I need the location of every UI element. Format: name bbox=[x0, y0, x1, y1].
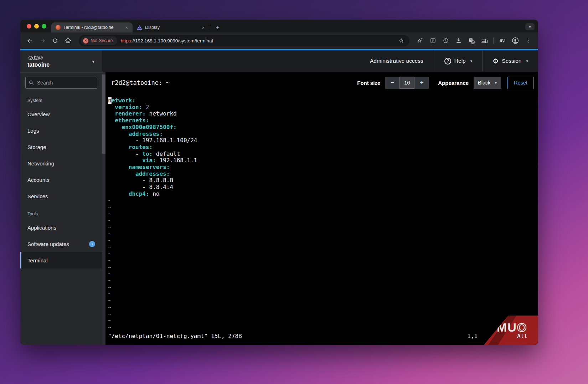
devices-icon[interactable] bbox=[479, 35, 490, 46]
font-size-increase-button[interactable]: + bbox=[414, 77, 429, 89]
address-bar[interactable]: ✕ Not Secure https://192.168.1.100:9090/… bbox=[79, 35, 409, 46]
font-size-label: Font size bbox=[357, 80, 380, 86]
bookmark-star-icon[interactable] bbox=[397, 36, 406, 45]
font-size-stepper: − 16 + bbox=[385, 77, 429, 89]
info-badge-icon: i bbox=[89, 241, 95, 247]
chevron-down-icon: ▾ bbox=[92, 59, 94, 64]
sidebar-item-logs[interactable]: Logs bbox=[20, 122, 102, 139]
tab-close-icon[interactable]: × bbox=[201, 25, 206, 30]
history-icon[interactable] bbox=[440, 35, 452, 46]
status-file-info: "/etc/netplan/01-netcfg.yaml" 15L, 278B bbox=[108, 333, 242, 339]
vim-status-line: "/etc/netplan/01-netcfg.yaml" 15L, 278B … bbox=[108, 333, 538, 340]
browser-window: Terminal - r2d2@tatooine × Display × + ▾ bbox=[20, 20, 538, 345]
session-label: Session bbox=[502, 58, 521, 64]
appearance-value: Black bbox=[478, 80, 490, 86]
search-icon bbox=[29, 80, 34, 87]
not-secure-icon: ✕ bbox=[83, 38, 88, 43]
search-input[interactable] bbox=[25, 77, 97, 89]
menu-kebab-icon[interactable] bbox=[522, 35, 534, 46]
terminal-buffer: network: version: 2 renderer: networkd e… bbox=[108, 97, 538, 331]
back-button[interactable] bbox=[24, 35, 35, 46]
administrative-access-label[interactable]: Administrative access bbox=[370, 58, 434, 64]
tab-close-icon[interactable]: × bbox=[124, 25, 129, 30]
sidebar-item-storage[interactable]: Storage bbox=[20, 139, 102, 155]
host-name: tatooine bbox=[27, 62, 95, 68]
security-label: Not Secure bbox=[91, 38, 113, 43]
sidebar-item-accounts[interactable]: Accounts bbox=[20, 171, 102, 188]
cursor-position: 1,1 bbox=[467, 333, 478, 340]
section-label-system: System bbox=[20, 98, 102, 103]
forward-button[interactable] bbox=[37, 35, 48, 46]
help-menu[interactable]: ? Help ▾ bbox=[434, 50, 482, 72]
cockpit-sidebar: r2d2@ tatooine ▾ System Overview Logs St… bbox=[20, 50, 102, 345]
cockpit-header: Administrative access ? Help ▾ ⚙ Session… bbox=[102, 50, 538, 72]
sidebar-item-networking[interactable]: Networking bbox=[20, 155, 102, 171]
tab-search-button[interactable]: ▾ bbox=[525, 23, 535, 30]
terminal-screen[interactable]: network: version: 2 renderer: networkd e… bbox=[102, 94, 538, 345]
sidebar-item-services[interactable]: Services bbox=[20, 188, 102, 204]
host-user: r2d2@ bbox=[27, 55, 95, 61]
profile-avatar[interactable] bbox=[510, 35, 521, 46]
translate-icon[interactable]: GA bbox=[466, 35, 477, 46]
new-tab-button[interactable]: + bbox=[213, 23, 222, 32]
help-icon: ? bbox=[444, 58, 451, 65]
terminal-panel: r2d2@tatooine: ~ Font size − 16 + Appear… bbox=[102, 72, 538, 345]
url-scheme: https bbox=[121, 38, 131, 43]
minimize-window-button[interactable] bbox=[34, 24, 39, 29]
tab-title: Terminal - r2d2@tatooine bbox=[63, 25, 121, 30]
gear-icon: ⚙ bbox=[492, 58, 499, 65]
media-controls-icon[interactable] bbox=[497, 35, 508, 46]
scroll-position: All bbox=[517, 333, 527, 340]
display-favicon bbox=[137, 25, 142, 30]
fullscreen-window-button[interactable] bbox=[42, 24, 46, 29]
security-chip[interactable]: ✕ Not Secure bbox=[81, 36, 117, 45]
chevron-down-icon: ▾ bbox=[470, 59, 473, 63]
font-size-value[interactable]: 16 bbox=[399, 77, 414, 89]
terminal-session-title: r2d2@tatooine: ~ bbox=[111, 79, 170, 86]
window-controls bbox=[20, 24, 51, 29]
chevron-down-icon: ▾ bbox=[495, 81, 497, 85]
appearance-label: Appearance bbox=[438, 80, 469, 86]
tab-strip: Terminal - r2d2@tatooine × Display × + ▾ bbox=[20, 20, 538, 32]
sidebar-item-terminal[interactable]: Terminal bbox=[20, 252, 102, 268]
chevron-down-icon: ▾ bbox=[526, 59, 528, 63]
tab-separator bbox=[210, 24, 210, 31]
reading-list-icon[interactable] bbox=[427, 35, 439, 46]
tab-display[interactable]: Display × bbox=[133, 22, 209, 32]
sidebar-item-software-updates[interactable]: Software updates i bbox=[20, 236, 102, 252]
reload-button[interactable] bbox=[50, 35, 61, 46]
section-label-tools: Tools bbox=[20, 211, 102, 216]
tab-terminal[interactable]: Terminal - r2d2@tatooine × bbox=[51, 22, 133, 32]
downloads-icon[interactable] bbox=[453, 35, 464, 46]
sidebar-item-label: Software updates bbox=[27, 241, 69, 247]
help-label: Help bbox=[454, 58, 466, 64]
terminal-toolbar: r2d2@tatooine: ~ Font size − 16 + Appear… bbox=[102, 72, 538, 94]
url-text[interactable]: https://192.168.1.100:9090/system/termin… bbox=[121, 38, 397, 43]
toolbar-separator bbox=[493, 37, 494, 44]
extension-star-icon[interactable] bbox=[414, 35, 426, 46]
close-window-button[interactable] bbox=[27, 24, 31, 29]
session-menu[interactable]: ⚙ Session ▾ bbox=[483, 50, 538, 72]
home-button[interactable] bbox=[62, 35, 74, 46]
tab-title: Display bbox=[145, 25, 198, 30]
sidebar-item-overview[interactable]: Overview bbox=[20, 106, 102, 122]
host-switcher[interactable]: r2d2@ tatooine ▾ bbox=[20, 50, 102, 73]
font-size-decrease-button[interactable]: − bbox=[385, 77, 399, 89]
browser-toolbar: ✕ Not Secure https://192.168.1.100:9090/… bbox=[20, 32, 538, 49]
cockpit-favicon bbox=[56, 25, 61, 30]
reset-button[interactable]: Reset bbox=[507, 77, 534, 89]
appearance-select[interactable]: Black ▾ bbox=[474, 77, 501, 89]
sidebar-item-applications[interactable]: Applications bbox=[20, 219, 102, 236]
url-rest: ://192.168.1.100:9090/system/terminal bbox=[131, 38, 213, 43]
